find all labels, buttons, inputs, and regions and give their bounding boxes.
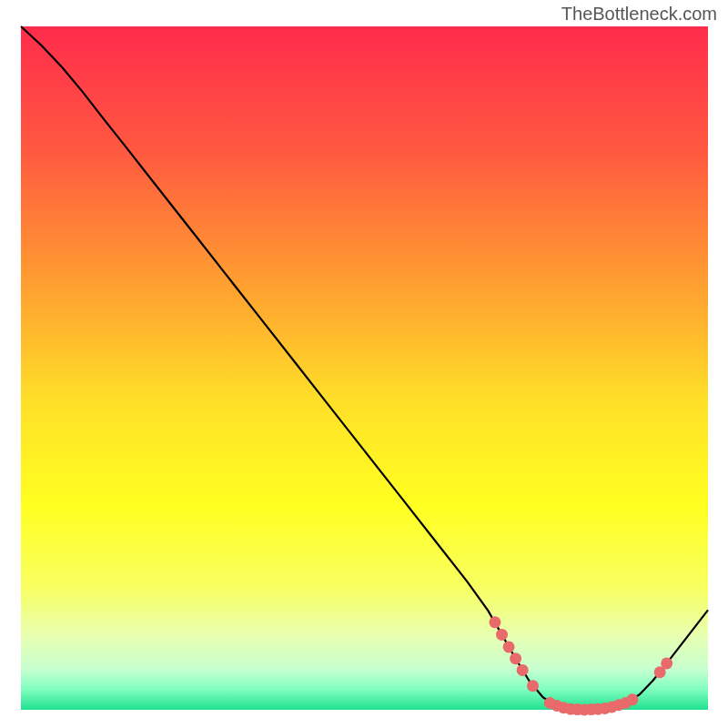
marker-point (527, 680, 539, 692)
bottleneck-chart (0, 0, 728, 728)
marker-point (489, 616, 500, 628)
marker-point (510, 652, 521, 664)
marker-point (503, 641, 515, 652)
marker-point (496, 629, 508, 641)
gradient-background (21, 26, 708, 710)
chart-container: TheBottleneck.com (0, 0, 728, 728)
attribution-text: TheBottleneck.com (561, 4, 717, 25)
marker-point (661, 657, 672, 669)
marker-point (626, 693, 638, 705)
marker-point (517, 664, 529, 676)
